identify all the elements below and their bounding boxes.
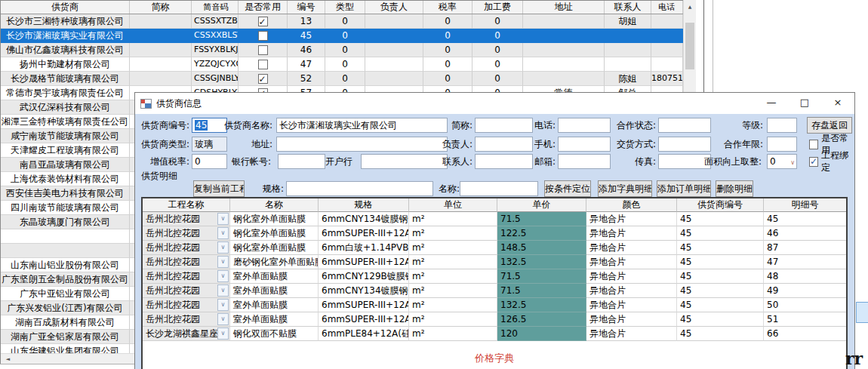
detail-row[interactable]: 岳州北控花园∨ 磨砂钢化室外单面贴膜 6mmSUPER-III+12A(硅.. … (143, 255, 846, 269)
common-checkbox[interactable] (258, 74, 268, 84)
col-header-tax[interactable]: 税率 (423, 1, 472, 14)
coop-status-input[interactable] (658, 118, 711, 133)
col-header-contact[interactable]: 联系人 (605, 1, 651, 14)
detail-row[interactable]: 岳州北控花园∨ 室外单面贴膜 6mmCNY134镀膜钢化 m² 71.5 异地合… (143, 284, 846, 298)
add-dict-detail-button[interactable]: 添加字典明细 (598, 180, 652, 197)
col-header-color[interactable]: 颜色 (586, 198, 677, 212)
col-header-manager[interactable]: 负责人 (365, 1, 423, 14)
table-row[interactable]: 长沙市三湘特种玻璃有限公司 CSSSXTZBL.. 13 0 0 0 胡姐 (1, 14, 684, 29)
col-header-code[interactable]: 简音码 (192, 1, 239, 14)
supplier-name-input[interactable]: 长沙市潇湘玻璃实业有限公司 (276, 118, 448, 133)
close-button[interactable]: × (821, 93, 854, 114)
detail-row[interactable]: 长沙龙湖祺鑫星座∨ 钢化双面不贴膜 6mmPLE84+12A(硅酮胶.. m² … (143, 327, 846, 341)
scroll-left-icon[interactable]: ◄ (2, 354, 14, 364)
project-combobox[interactable]: 岳州北控花园∨ (143, 298, 230, 312)
col-header-fee[interactable]: 加工费 (472, 1, 523, 14)
project-combobox[interactable]: 岳州北控花园∨ (143, 255, 230, 269)
project-combobox[interactable]: 长沙龙湖祺鑫星座∨ (143, 327, 230, 341)
price-cell[interactable]: 71.5 (497, 269, 586, 284)
col-header-unit[interactable]: 单位 (409, 198, 497, 212)
col-header-phone[interactable]: 电话 (651, 1, 683, 14)
price-cell[interactable]: 132.5 (497, 255, 586, 269)
common-checkbox[interactable] (258, 17, 268, 26)
project-bind-checkbox[interactable]: 工程绑定 (809, 155, 854, 168)
scrollbar-thumb[interactable] (685, 23, 694, 69)
project-combobox[interactable]: 岳州北控花园∨ (143, 226, 230, 241)
detail-row[interactable]: 岳州北控花园∨ 钢化室外单面贴膜 6mm白玻+1.14PVB+6mm.. m² … (143, 241, 846, 255)
maximize-button[interactable]: □ (788, 93, 821, 114)
table-row[interactable]: 佛山市亿鑫玻璃科技有限公司 FSSYXBLKJ.. 46 0 0 0 (1, 43, 684, 57)
col-header-supplier[interactable]: 供货商 (1, 1, 130, 14)
project-combobox[interactable]: 岳州北控花园∨ (143, 284, 230, 298)
chevron-down-icon[interactable]: ∨ (217, 213, 229, 225)
chevron-down-icon[interactable]: ∨ (217, 227, 229, 239)
save-return-button[interactable]: 存盘返回 (807, 117, 852, 134)
locate-button[interactable]: 按条件定位 (544, 180, 591, 197)
table-row[interactable]: 扬州中勤建材有限公司 YZZQJCYXGS 47 0 0 0 (1, 57, 684, 72)
project-combobox[interactable]: 岳州北控花园∨ (143, 212, 230, 226)
minimize-button[interactable]: — (755, 93, 788, 114)
common-checkbox[interactable] (258, 45, 268, 55)
table-row[interactable]: 长沙市潇湘玻璃实业有限公司 CSSXXBLSY.. 45 0 0 0 (1, 29, 684, 43)
add-order-detail-button[interactable]: 添加订单明细 (657, 180, 711, 197)
chevron-down-icon[interactable]: ∨ (217, 241, 229, 254)
price-cell[interactable]: 122.5 (497, 226, 586, 241)
project-combobox[interactable]: 岳州北控花园∨ (143, 241, 230, 255)
col-header-number[interactable]: 编号 (288, 1, 325, 14)
col-header-address[interactable]: 地址 (523, 1, 605, 14)
vat-input[interactable]: 0 (192, 154, 227, 169)
price-cell[interactable]: 132.5 (497, 298, 586, 312)
col-header-common[interactable]: 是否常用 (239, 1, 288, 14)
common-checkbox[interactable] (258, 31, 268, 41)
scroll-up-icon[interactable]: ▲ (684, 0, 696, 13)
email-input[interactable] (558, 154, 611, 169)
manager-input[interactable] (475, 137, 533, 152)
chevron-down-icon[interactable]: ∨ (217, 299, 229, 311)
copy-project-button[interactable]: 复制当前工程 (193, 180, 245, 197)
chevron-down-icon[interactable]: ∨ (217, 284, 229, 297)
name-filter-input[interactable] (460, 181, 538, 196)
address-input[interactable] (276, 137, 448, 152)
col-header-supplier-no[interactable]: 供货商编号 (677, 198, 764, 212)
col-header-detail-no[interactable]: 明细号 (764, 198, 846, 212)
mobile-input[interactable] (558, 137, 611, 152)
col-header-abbr[interactable]: 简称 (130, 1, 192, 14)
price-cell[interactable]: 71.5 (497, 284, 586, 298)
price-cell[interactable]: 148.5 (497, 241, 586, 255)
phone-input[interactable] (558, 118, 611, 133)
bank-account-input[interactable] (278, 154, 325, 169)
detail-row[interactable]: 岳州北控花园∨ 室外单面贴膜 6mmSUPER-III+12A(硅.. m² 1… (143, 312, 846, 327)
often-used-checkbox[interactable]: 是否常用 (809, 138, 854, 150)
project-combobox[interactable]: 岳州北控花园∨ (143, 269, 230, 284)
project-combobox[interactable]: 岳州北控花园∨ (143, 312, 230, 327)
chevron-down-icon[interactable]: ∨ (217, 270, 229, 282)
table-row[interactable]: 长沙晟格节能玻璃有限公司 CSSGJNBLYXGS 52 0 0 0 陈姐 18… (1, 72, 684, 86)
grade-input[interactable] (767, 118, 797, 133)
price-cell[interactable]: 120 (497, 327, 586, 341)
supplier-type-input[interactable]: 玻璃 (192, 137, 227, 152)
common-checkbox[interactable] (258, 60, 268, 69)
col-header-project[interactable]: 工程名称 (143, 198, 230, 212)
delete-detail-button[interactable]: 删除明细 (716, 180, 753, 197)
chevron-down-icon[interactable]: ∨ (217, 256, 229, 268)
dialog-titlebar[interactable]: 供货商信息 — □ × (135, 93, 854, 114)
delivery-input[interactable] (658, 137, 711, 152)
price-cell[interactable]: 71.5 (497, 212, 586, 226)
chevron-down-icon[interactable]: ∨ (217, 327, 229, 340)
detail-row[interactable]: 岳州北控花园∨ 室外单面贴膜 6mmSUPER-III+12A(硅.. m² 1… (143, 298, 846, 312)
col-header-price[interactable]: 单价 (497, 198, 586, 212)
supplier-no-input[interactable]: 45 (192, 118, 227, 133)
col-header-type[interactable]: 类型 (325, 1, 365, 14)
col-header-spec[interactable]: 规格 (319, 198, 409, 212)
price-cell[interactable]: 126.5 (497, 312, 586, 327)
detail-row[interactable]: 岳州北控花园∨ 钢化室外单面贴膜 6mmSUPER-III+12A(硅.. m²… (143, 226, 846, 241)
chevron-down-icon[interactable]: ∨ (217, 313, 229, 325)
spec-filter-input[interactable] (286, 181, 433, 196)
contact-input[interactable] (475, 154, 533, 169)
detail-row[interactable]: 岳州北控花园∨ 钢化室外单面贴膜 6mmCNY134镀膜钢化 m² 71.5 异… (143, 212, 846, 226)
abbr-input[interactable] (475, 118, 533, 133)
col-header-name[interactable]: 名称 (230, 198, 319, 212)
area-round-dropdown[interactable]: 0∨ (767, 154, 797, 169)
detail-row[interactable]: 岳州北控花园∨ 室外单面贴膜 6mmCNY129B镀膜钢化 m² 71.5 异地… (143, 269, 846, 284)
coop-years-input[interactable] (767, 137, 797, 152)
